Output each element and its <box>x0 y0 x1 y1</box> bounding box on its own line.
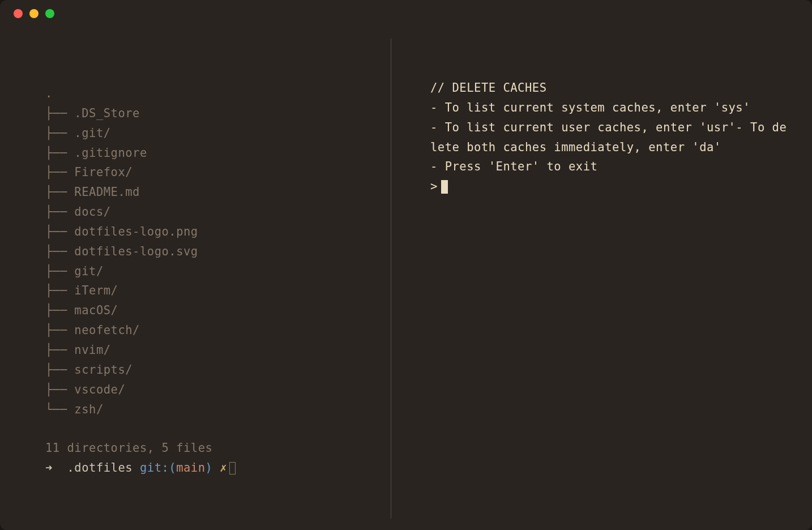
tree-item: ├── Firefox/ <box>45 163 379 182</box>
tree-item: ├── macOS/ <box>45 301 379 320</box>
script-prompt-symbol: > <box>430 177 438 196</box>
tree-item: ├── .DS_Store <box>45 104 379 123</box>
tree-item: ├── dotfiles-logo.svg <box>45 242 379 262</box>
tree-item: ├── git/ <box>45 262 379 281</box>
maximize-window-button[interactable] <box>45 9 54 18</box>
prompt-git-branch: main <box>176 458 205 478</box>
tree-item: ├── .git/ <box>45 123 379 143</box>
script-instruction-line: - Press 'Enter' to exit <box>430 157 789 177</box>
terminal-window: . ├── .DS_Store├── .git/├── .gitignore├─… <box>0 0 812 530</box>
tree-item: ├── vscode/ <box>45 380 379 400</box>
file-tree: ├── .DS_Store├── .git/├── .gitignore├── … <box>45 104 379 420</box>
prompt-paren-open: ( <box>169 458 176 478</box>
prompt-cwd: .dotfiles <box>67 458 133 478</box>
right-cursor <box>441 180 448 194</box>
prompt-paren-close: ) <box>206 458 213 478</box>
tree-item: ├── README.md <box>45 182 379 202</box>
pane-divider[interactable] <box>391 39 391 519</box>
minimize-window-button[interactable] <box>29 9 39 18</box>
prompt-arrow-icon: ➜ <box>45 458 53 478</box>
terminal-panes: . ├── .DS_Store├── .git/├── .gitignore├─… <box>0 27 812 530</box>
left-cursor <box>229 462 236 475</box>
close-window-button[interactable] <box>14 9 23 18</box>
prompt-dirty-icon: ✗ <box>220 458 227 478</box>
tree-item: ├── docs/ <box>45 202 379 222</box>
tree-item: ├── iTerm/ <box>45 281 379 301</box>
right-terminal-pane[interactable]: // DELETE CACHES - To list current syste… <box>391 27 812 530</box>
script-instructions: - To list current system caches, enter '… <box>430 98 789 177</box>
script-instruction-line: - To list current system caches, enter '… <box>430 98 789 118</box>
tree-item: ├── dotfiles-logo.png <box>45 222 379 242</box>
tree-root-dot: . <box>45 84 379 104</box>
script-prompt: > <box>430 177 789 196</box>
prompt-git-label: git: <box>140 458 169 478</box>
tree-item: ├── nvim/ <box>45 340 379 360</box>
tree-summary: 11 directories, 5 files <box>45 438 379 458</box>
script-instruction-line: - To list current user caches, enter 'us… <box>430 118 789 157</box>
left-terminal-pane[interactable]: . ├── .DS_Store├── .git/├── .gitignore├─… <box>0 27 391 530</box>
shell-prompt: ➜ .dotfiles git:(main) ✗ <box>45 458 379 478</box>
tree-item: ├── neofetch/ <box>45 320 379 340</box>
script-header: // DELETE CACHES <box>430 78 789 98</box>
script-output: // DELETE CACHES - To list current syste… <box>430 78 789 196</box>
tree-item: └── zsh/ <box>45 400 379 420</box>
tree-item: ├── scripts/ <box>45 360 379 380</box>
window-titlebar <box>0 0 812 27</box>
tree-item: ├── .gitignore <box>45 143 379 163</box>
